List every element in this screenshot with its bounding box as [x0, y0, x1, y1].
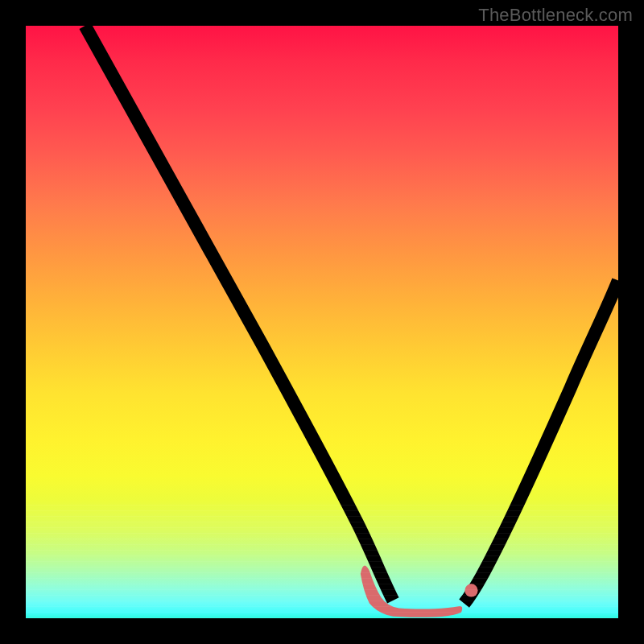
accent-dot: [464, 584, 477, 597]
curve-right-branch: [464, 280, 618, 603]
plot-area: [26, 26, 618, 618]
curve-left-branch: [85, 26, 394, 601]
watermark-label: TheBottleneck.com: [478, 5, 633, 26]
chart-frame: TheBottleneck.com: [0, 0, 644, 644]
curve-layer: [26, 26, 618, 618]
